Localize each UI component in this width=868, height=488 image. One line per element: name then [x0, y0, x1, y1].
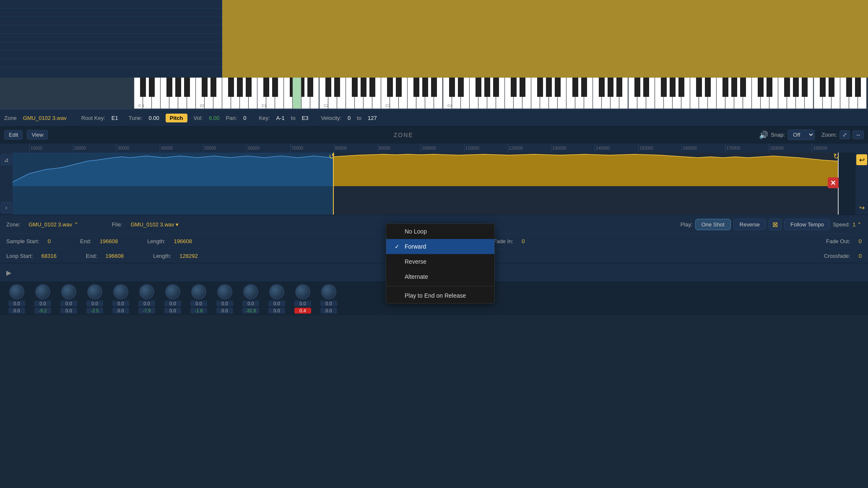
fader-knob-4[interactable]	[87, 284, 102, 299]
svg-text:C4: C4	[447, 104, 452, 108]
svg-rect-100	[520, 78, 525, 97]
crop-icon[interactable]: ⊿	[1, 154, 12, 165]
speaker-icon[interactable]: 🔊	[759, 130, 768, 140]
loop-option-alternate[interactable]: Alternate	[386, 269, 494, 284]
ruler-mark-100000: 100000	[421, 143, 464, 153]
snap-label: Snap:	[771, 132, 785, 138]
svg-rect-99	[511, 78, 517, 97]
fader-top-12: 0.0	[294, 301, 311, 306]
svg-text:C2: C2	[324, 104, 329, 108]
ruler-mark-80000: 80000	[334, 143, 377, 153]
bottom-info: Zone: GMU_0102 3.wav ⌃ File: GMU_0102 3.…	[0, 215, 868, 263]
fade-out-label: Fade Out:	[826, 238, 850, 244]
svg-rect-86	[449, 78, 455, 97]
fader-knob-12[interactable]	[295, 284, 310, 299]
ruler-mark-170000: 170000	[725, 143, 769, 153]
svg-text:C0: C0	[200, 104, 205, 108]
fader-top-11: 0.0	[268, 301, 285, 306]
svg-rect-64	[369, 78, 375, 97]
fader-bottom-7: 0.0	[164, 308, 181, 314]
root-key-label: Root Key:	[81, 115, 105, 121]
ruler-mark-60000: 60000	[247, 143, 290, 153]
velocity-to-label: to	[357, 115, 361, 121]
reverse-button[interactable]: Reverse	[733, 219, 766, 230]
fader-knob-1[interactable]	[9, 284, 24, 299]
svg-rect-135	[696, 78, 702, 97]
svg-rect-114	[608, 78, 613, 97]
ruler-mark-70000: 70000	[290, 143, 334, 153]
loop-end-icon[interactable]: ↻	[833, 153, 839, 161]
root-key-value: E1	[112, 115, 118, 121]
loop-option-forward[interactable]: ✓ Forward	[386, 239, 494, 254]
play-button[interactable]: ▶	[6, 269, 11, 277]
key-from: A-1	[276, 115, 285, 121]
loop-start-icon[interactable]: ↺	[329, 153, 335, 161]
speed-value: 1 ⌃	[852, 221, 862, 228]
transpose-icon[interactable]: ⊠	[769, 218, 782, 231]
fader-knob-7[interactable]	[165, 284, 180, 299]
fader-knob-8[interactable]	[191, 284, 206, 299]
piano-top	[0, 0, 868, 78]
ruler-mark-130000: 130000	[551, 143, 595, 153]
piano-roll-left	[0, 0, 222, 78]
fader-knob-2[interactable]	[35, 284, 50, 299]
zoom-fit-width-button[interactable]: ↔	[852, 130, 864, 139]
view-button[interactable]: View	[27, 130, 48, 140]
svg-rect-62	[352, 78, 358, 97]
svg-rect-127	[678, 78, 684, 97]
fader-knob-13[interactable]	[321, 284, 336, 299]
scroll-icon[interactable]: ↪	[856, 202, 867, 213]
svg-rect-23	[175, 78, 181, 97]
fader-top-13: 0.0	[320, 301, 337, 306]
fader-bottom-1: 0.0	[8, 308, 25, 314]
svg-text:C3: C3	[385, 104, 390, 108]
svg-rect-147	[758, 78, 764, 97]
sample-end-label: End:	[80, 238, 91, 244]
zone-bar: Zone GMU_0102 3.wav Root Key: E1 Tune: 0…	[0, 109, 868, 127]
fader-knob-9[interactable]	[217, 284, 232, 299]
fader-top-10: 0.0	[242, 301, 259, 306]
scroll-left-button[interactable]: ›	[1, 202, 12, 213]
fader-knob-3[interactable]	[61, 284, 76, 299]
svg-rect-125	[661, 78, 667, 97]
svg-rect-103	[555, 78, 561, 97]
piano-area: // Draw keyboard via SVG C-1	[0, 0, 868, 109]
keyboard[interactable]: // Draw keyboard via SVG C-1	[0, 78, 868, 109]
loop-option-reverse[interactable]: Reverse	[386, 254, 494, 269]
loop-option-play-to-end[interactable]: Play to End on Release	[386, 288, 494, 303]
zone-info-name: GMU_0102 3.wav ⌃	[29, 221, 78, 228]
fader-bottom-9: 0.0	[216, 308, 233, 314]
remove-loop-button[interactable]: ✕	[828, 177, 839, 188]
svg-rect-113	[599, 78, 605, 97]
fader-knob-10[interactable]	[243, 284, 258, 299]
svg-rect-138	[731, 78, 737, 97]
piano-top-left	[0, 0, 222, 78]
snap-select[interactable]: Off Bar Beat	[787, 130, 815, 140]
fader-top-5: 0.0	[112, 301, 129, 306]
fader-knob-6[interactable]	[139, 284, 154, 299]
fader-knob-11[interactable]	[269, 284, 284, 299]
svg-rect-73	[387, 78, 393, 97]
zone-name: GMU_0102 3.wav	[23, 115, 67, 121]
svg-rect-74	[396, 78, 402, 97]
fader-knob-5[interactable]	[113, 284, 128, 299]
vol-value: 6.00	[209, 115, 219, 121]
one-shot-button[interactable]: One Shot	[695, 219, 731, 230]
loop-option-no-loop[interactable]: No Loop	[386, 224, 494, 239]
pitch-button[interactable]: Pitch	[166, 114, 187, 122]
svg-rect-35	[228, 78, 234, 97]
svg-text:C-1: C-1	[138, 104, 145, 108]
fader-11: 0.0 0.0	[264, 284, 289, 314]
sample-length-value: 196608	[174, 238, 192, 244]
follow-tempo-button[interactable]: Follow Tempo	[784, 219, 830, 230]
bounce-right-icon[interactable]: ↩	[856, 154, 867, 165]
svg-rect-63	[361, 78, 366, 97]
svg-rect-75	[413, 78, 419, 97]
fade-in-label: Fade In:	[493, 238, 513, 244]
waveform-canvas[interactable]: ↺ ↻ ✕	[13, 153, 855, 215]
edit-button[interactable]: Edit	[4, 130, 23, 140]
edit-toolbar: Edit View ZONE 🔊 Snap: Off Bar Beat Zoom…	[0, 127, 868, 143]
zoom-fit-button[interactable]: ⤢	[839, 130, 850, 139]
fader-13: 0.0 0.0	[316, 284, 341, 314]
svg-rect-124	[643, 78, 649, 97]
